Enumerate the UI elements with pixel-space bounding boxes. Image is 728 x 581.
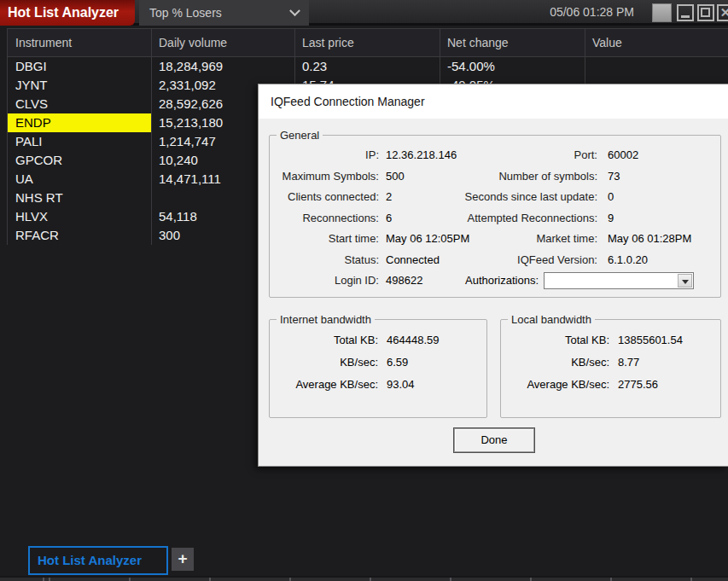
titlebar: Hot List Analyzer Top % Losers 05/06 01:… — [0, 0, 728, 26]
field-label: Start time: — [278, 229, 379, 250]
cell-net-change[interactable]: -54.00% — [440, 57, 585, 76]
local-bandwidth-group: Local bandwidth Total KB: 13855601.54 KB… — [500, 313, 721, 418]
cell-daily-volume[interactable]: 18,284,969 — [151, 57, 294, 76]
cell-instrument[interactable]: HLVX — [7, 207, 151, 226]
field-value: 2775.56 — [609, 374, 720, 396]
field-value: 8.77 — [609, 352, 720, 374]
done-button[interactable]: Done — [454, 428, 534, 452]
cell-instrument[interactable]: RFACR — [7, 226, 151, 245]
field-label: Maximum Symbols: — [278, 166, 379, 188]
close-button[interactable]: ✕ — [717, 4, 728, 21]
field-label: Attempted Reconnections: — [461, 208, 597, 229]
general-group: General IP: 12.36.218.146 Port: 60002 Ma… — [269, 129, 721, 298]
cell-instrument[interactable]: NHS RT — [7, 189, 151, 207]
field-value: 12.36.218.146 — [379, 145, 461, 166]
add-tab-button[interactable]: + — [172, 548, 194, 571]
close-icon: ✕ — [719, 5, 728, 19]
login-id-label: Login ID: — [278, 270, 379, 293]
chevron-down-icon — [289, 5, 300, 16]
dialog-body: General IP: 12.36.218.146 Port: 60002 Ma… — [259, 119, 728, 467]
tab-hot-list-analyzer[interactable]: Hot List Analyzer — [28, 546, 168, 575]
field-label: KB/sec: — [271, 352, 378, 374]
field-label: Port: — [461, 145, 597, 166]
field-value: May 06 01:28PM — [597, 229, 720, 250]
internet-bandwidth-rows: Total KB: 464448.59 KB/sec: 6.59 Average… — [270, 326, 486, 396]
internet-bandwidth-group: Internet bandwidth Total KB: 464448.59 K… — [269, 313, 487, 418]
cell-instrument[interactable]: CLVS — [7, 95, 151, 113]
field-label: Status: — [278, 250, 379, 271]
col-header-instrument[interactable]: Instrument — [7, 29, 151, 56]
minimize-icon — [681, 15, 690, 18]
color-swatch-button[interactable] — [652, 3, 672, 22]
bandwidth-row: Average KB/sec: 93.04 — [271, 374, 486, 396]
cell-value[interactable] — [585, 57, 728, 76]
dialog-title: IQFeed Connection Manager — [259, 84, 728, 119]
general-row: Start time: May 06 12:05PM Market time: … — [278, 229, 720, 250]
col-header-value[interactable]: Value — [585, 29, 728, 56]
hotlist-type-dropdown[interactable]: Top % Losers — [139, 0, 309, 26]
field-label: Market time: — [461, 229, 597, 250]
col-header-net-change[interactable]: Net change — [440, 29, 585, 56]
maximize-button[interactable] — [697, 4, 714, 21]
iqfeed-connection-manager-dialog: IQFeed Connection Manager General IP: 12… — [258, 84, 728, 467]
general-row: Status: Connected IQFeed Version: 6.1.0.… — [278, 250, 720, 271]
authorizations-label: Authorizations: — [406, 270, 539, 291]
field-label: Average KB/sec: — [271, 374, 378, 396]
minimize-button[interactable] — [677, 4, 694, 21]
internet-bandwidth-legend: Internet bandwidth — [277, 313, 375, 326]
cell-last-price[interactable]: 0.23 — [294, 57, 440, 76]
bottom-panel-edge — [0, 576, 728, 581]
general-legend: General — [277, 129, 323, 142]
field-value: 13855601.54 — [609, 329, 720, 352]
field-label: Seconds since last update: — [461, 187, 597, 208]
field-value: 73 — [597, 166, 720, 188]
field-label: Average KB/sec: — [503, 374, 609, 396]
field-value: 60002 — [597, 145, 720, 166]
combo-dropdown-button[interactable] — [678, 274, 692, 288]
cell-instrument[interactable]: PALI — [7, 132, 151, 151]
field-value: May 06 12:05PM — [379, 229, 461, 250]
field-value: 500 — [379, 166, 461, 188]
clock: 05/06 01:28 PM — [550, 0, 634, 26]
general-row: IP: 12.36.218.146 Port: 60002 — [278, 145, 720, 166]
field-value: 6.59 — [378, 352, 486, 374]
field-label: Total KB: — [503, 329, 609, 352]
general-row: Reconnections: 6 Attempted Reconnections… — [278, 208, 720, 229]
field-value: 6 — [379, 208, 461, 229]
field-label: KB/sec: — [503, 352, 609, 374]
maximize-icon — [701, 8, 710, 17]
bandwidth-row: Total KB: 13855601.54 — [503, 329, 720, 352]
app-title: Hot List Analyzer — [0, 0, 135, 26]
field-label: Clients connected: — [278, 187, 379, 208]
bandwidth-row: KB/sec: 8.77 — [503, 352, 720, 374]
general-row: Maximum Symbols: 500 Number of symbols: … — [278, 166, 720, 188]
local-bandwidth-rows: Total KB: 13855601.54 KB/sec: 8.77 Avera… — [501, 326, 720, 396]
table-header: Instrument Daily volume Last price Net c… — [7, 28, 728, 57]
hotlist-type-label: Top % Losers — [149, 6, 291, 20]
field-label: IQFeed Version: — [461, 250, 597, 271]
field-label: IP: — [278, 145, 379, 166]
field-label: Total KB: — [271, 329, 378, 352]
cell-instrument[interactable]: DBGI — [7, 57, 151, 76]
cell-instrument[interactable]: GPCOR — [7, 151, 151, 170]
general-row-login: Login ID: 498622 Authorizations: — [278, 270, 720, 293]
cell-instrument[interactable]: UA — [7, 170, 151, 189]
local-bandwidth-legend: Local bandwidth — [508, 313, 595, 326]
table-row[interactable]: DBGI 18,284,969 0.23 -54.00% — [7, 57, 728, 76]
bandwidth-row: KB/sec: 6.59 — [271, 352, 486, 374]
field-value: 93.04 — [378, 374, 486, 396]
field-value: 2 — [379, 187, 461, 208]
cell-instrument-highlighted[interactable]: ENDP — [7, 113, 151, 132]
app-window: Hot List Analyzer Top % Losers 05/06 01:… — [0, 0, 728, 581]
field-label: Number of symbols: — [461, 166, 597, 188]
cell-instrument[interactable]: JYNT — [7, 76, 151, 95]
field-value: 464448.59 — [378, 329, 486, 352]
dropdown-arrow-icon — [682, 280, 689, 284]
authorizations-combobox[interactable] — [544, 272, 694, 289]
field-value: 9 — [597, 208, 720, 229]
col-header-last-price[interactable]: Last price — [294, 29, 440, 56]
field-value: Connected — [379, 250, 461, 271]
field-label: Reconnections: — [278, 208, 379, 229]
field-value: 6.1.0.20 — [597, 250, 720, 271]
col-header-daily-volume[interactable]: Daily volume — [151, 29, 294, 56]
